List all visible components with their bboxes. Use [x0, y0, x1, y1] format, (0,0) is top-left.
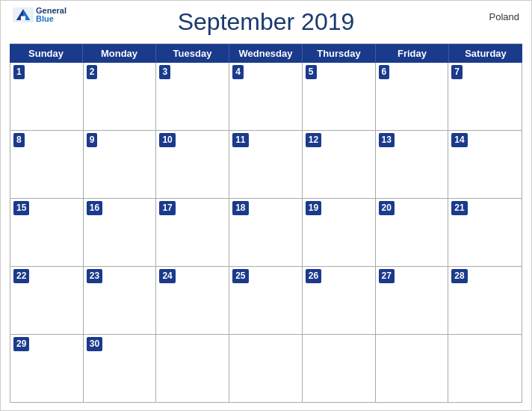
day-cell: 1 — [10, 63, 84, 130]
day-cell — [376, 335, 449, 402]
day-number: 4 — [232, 65, 244, 79]
week-row-3: 15161718192021 — [10, 199, 522, 267]
day-number: 29 — [13, 337, 29, 351]
day-cell: 29 — [10, 335, 84, 402]
day-header-monday: Monday — [83, 44, 156, 63]
day-number: 16 — [87, 201, 102, 215]
day-number: 17 — [159, 201, 175, 215]
day-number: 23 — [87, 269, 102, 283]
day-header-sunday: Sunday — [10, 44, 83, 63]
day-cell: 25 — [229, 267, 303, 334]
day-cell: 27 — [376, 267, 449, 334]
day-number: 10 — [159, 133, 175, 147]
day-number: 19 — [306, 201, 321, 215]
day-number: 13 — [379, 133, 395, 147]
day-cell: 10 — [156, 131, 229, 198]
day-cell: 14 — [448, 131, 522, 198]
day-cell: 11 — [229, 131, 303, 198]
day-number: 20 — [379, 201, 395, 215]
day-cell: 19 — [303, 199, 376, 266]
day-number: 12 — [306, 133, 321, 147]
week-row-5: 2930 — [10, 335, 522, 402]
day-cell: 6 — [376, 63, 449, 130]
day-number: 5 — [306, 65, 317, 79]
general-blue-icon — [13, 7, 34, 22]
day-cell: 2 — [84, 63, 157, 130]
day-number: 6 — [379, 65, 390, 79]
month-title: September 2019 — [178, 8, 355, 36]
day-cell — [229, 335, 303, 402]
week-row-4: 22232425262728 — [10, 267, 522, 335]
day-cell: 24 — [156, 267, 229, 334]
day-number: 22 — [13, 269, 29, 283]
week-row-1: 1234567 — [10, 63, 522, 131]
day-number: 27 — [379, 269, 395, 283]
day-header-thursday: Thursday — [303, 44, 376, 63]
day-cell: 7 — [448, 63, 522, 130]
day-cell: 21 — [448, 199, 522, 266]
day-cell — [156, 335, 229, 402]
day-number: 18 — [232, 201, 248, 215]
day-cell: 16 — [84, 199, 157, 266]
day-cell: 9 — [84, 131, 157, 198]
day-number: 11 — [232, 133, 248, 147]
day-cell: 30 — [84, 335, 157, 402]
day-number: 24 — [159, 269, 175, 283]
day-number: 8 — [13, 133, 25, 147]
day-header-saturday: Saturday — [449, 44, 522, 63]
day-header-tuesday: Tuesday — [156, 44, 229, 63]
country-label: Poland — [489, 11, 519, 22]
day-cell: 13 — [376, 131, 449, 198]
logo-blue-text: Blue — [36, 15, 66, 23]
day-number: 2 — [87, 65, 98, 79]
day-number: 1 — [13, 65, 25, 79]
day-number: 7 — [451, 65, 463, 79]
day-number: 25 — [232, 269, 248, 283]
day-number: 9 — [87, 133, 98, 147]
day-cell: 22 — [10, 267, 84, 334]
day-cell: 26 — [303, 267, 376, 334]
day-cell — [448, 335, 522, 402]
day-header-friday: Friday — [376, 44, 449, 63]
calendar-container: General Blue September 2019 Poland Sunda… — [0, 0, 532, 411]
day-header-wednesday: Wednesday — [229, 44, 303, 63]
day-number: 30 — [87, 337, 102, 351]
day-cell: 15 — [10, 199, 84, 266]
day-number: 21 — [451, 201, 467, 215]
day-cell: 28 — [448, 267, 522, 334]
day-cell: 4 — [229, 63, 303, 130]
day-cell — [303, 335, 376, 402]
weeks-area: 1234567891011121314151617181920212223242… — [10, 63, 522, 403]
svg-rect-3 — [21, 16, 25, 20]
day-number: 28 — [451, 269, 467, 283]
day-number: 26 — [306, 269, 321, 283]
day-cell: 3 — [156, 63, 229, 130]
calendar-header: General Blue September 2019 Poland — [1, 1, 531, 39]
week-row-2: 891011121314 — [10, 131, 522, 199]
day-cell: 8 — [10, 131, 84, 198]
day-cell: 20 — [376, 199, 449, 266]
day-cell: 5 — [303, 63, 376, 130]
calendar-grid: SundayMondayTuesdayWednesdayThursdayFrid… — [10, 43, 522, 403]
day-headers: SundayMondayTuesdayWednesdayThursdayFrid… — [10, 44, 522, 63]
day-cell: 18 — [229, 199, 303, 266]
logo-area: General Blue — [13, 7, 66, 23]
day-cell: 23 — [84, 267, 157, 334]
day-cell: 17 — [156, 199, 229, 266]
day-cell: 12 — [303, 131, 376, 198]
day-number: 15 — [13, 201, 29, 215]
day-number: 14 — [451, 133, 467, 147]
day-number: 3 — [159, 65, 170, 79]
